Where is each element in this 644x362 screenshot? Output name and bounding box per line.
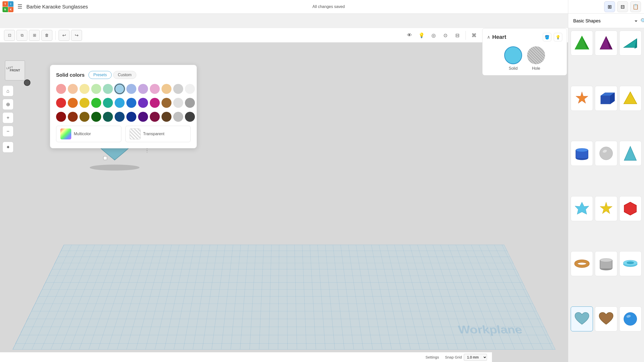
color-swatch[interactable] (80, 84, 90, 94)
color-swatch[interactable] (56, 112, 66, 122)
presets-tab[interactable]: Presets (88, 71, 112, 79)
fit-view-button[interactable]: ⊕ (2, 99, 14, 110)
multicolor-option[interactable]: Multicolor (56, 126, 121, 142)
view-icon-1[interactable]: 👁 (404, 30, 415, 40)
cube-face-front[interactable]: LEFT FRONT (5, 60, 25, 80)
color-swatch[interactable] (162, 98, 172, 108)
hamburger-icon[interactable]: ☰ (18, 3, 22, 10)
solid-circle[interactable] (504, 46, 522, 64)
color-swatch[interactable] (68, 84, 78, 94)
shape-heart-selected[interactable] (571, 307, 593, 331)
color-swatch[interactable] (173, 84, 183, 94)
undo-button[interactable]: ↩ (58, 30, 70, 41)
color-swatch[interactable] (115, 112, 124, 122)
shapes-grid-icon[interactable]: ⊞ (604, 1, 615, 12)
align-icon[interactable]: ⊟ (452, 30, 462, 40)
color-swatch[interactable] (185, 84, 195, 94)
hole-option[interactable]: Hole (527, 46, 545, 71)
panel-bucket-icon[interactable]: 🪣 (543, 33, 551, 41)
view-mode-icon[interactable]: ◎ (428, 30, 439, 40)
shape-torus[interactable] (571, 251, 593, 276)
color-swatch[interactable] (138, 112, 148, 122)
color-swatch[interactable] (56, 98, 66, 108)
delete-button[interactable]: 🗑 (41, 30, 52, 41)
color-swatch[interactable] (138, 84, 148, 94)
shape-cone[interactable] (595, 31, 617, 55)
color-swatch[interactable] (150, 112, 160, 122)
svg-marker-13 (576, 92, 588, 103)
shape-star5[interactable] (595, 196, 617, 221)
shape-cylinder[interactable] (571, 141, 593, 166)
shape-sphere[interactable] (595, 141, 617, 166)
color-swatch[interactable] (126, 98, 136, 108)
redo-button[interactable]: ↪ (71, 30, 82, 41)
color-swatch[interactable] (173, 98, 183, 108)
shapes-search-button[interactable]: 🔍 (640, 16, 644, 25)
settings-label[interactable]: Settings (426, 355, 439, 359)
cube-dot[interactable] (24, 79, 30, 86)
left-tools: ⌂ ⊕ + − ✦ (2, 85, 14, 153)
color-swatch[interactable] (91, 84, 101, 94)
color-swatch[interactable] (80, 98, 90, 108)
copy-button[interactable]: ⧉ (16, 30, 28, 41)
mirror-icon[interactable]: ⌘ (469, 30, 479, 40)
color-swatch[interactable] (185, 112, 195, 122)
color-swatch[interactable] (173, 112, 183, 122)
shape-triangle[interactable] (619, 86, 642, 111)
collapse-chevron[interactable]: ∧ (487, 34, 490, 40)
color-swatch[interactable] (150, 84, 160, 94)
shapes-list-icon[interactable]: ⊟ (617, 1, 628, 12)
workplane-grid (13, 245, 555, 350)
color-swatch[interactable] (150, 98, 160, 108)
shapes-menu-button[interactable]: ✦ (2, 142, 14, 153)
color-swatch[interactable] (126, 112, 136, 122)
color-swatch[interactable] (103, 98, 113, 108)
shape-box[interactable] (595, 86, 617, 111)
color-swatch[interactable] (68, 112, 78, 122)
panel-light-icon[interactable]: 💡 (554, 33, 562, 41)
light-icon[interactable]: 💡 (416, 30, 427, 40)
app-logo[interactable]: T I N K (2, 1, 14, 12)
shape-disc[interactable] (619, 251, 642, 276)
color-swatch[interactable] (103, 112, 113, 122)
color-swatch[interactable] (138, 98, 148, 108)
svg-rect-1 (104, 156, 107, 160)
color-swatch[interactable] (80, 112, 90, 122)
color-swatch[interactable] (162, 112, 172, 122)
color-swatch[interactable] (68, 98, 78, 108)
shape-cone2[interactable] (619, 141, 642, 166)
color-swatch[interactable] (126, 84, 136, 94)
solid-option[interactable]: Solid (504, 46, 522, 71)
color-swatch[interactable] (185, 98, 195, 108)
shape-pyramid[interactable] (571, 31, 593, 55)
toolbar-separator-1 (55, 31, 56, 40)
zoom-in-button[interactable]: + (2, 112, 14, 123)
shapes-notes-icon[interactable]: 📋 (630, 1, 641, 12)
nav-cube[interactable]: LEFT FRONT (5, 60, 32, 88)
select-all-button[interactable]: ⊡ (4, 30, 15, 41)
shape-hex[interactable] (619, 196, 642, 221)
shapes-category-select[interactable]: Basic Shapes Featured Shape Generators C… (572, 18, 638, 24)
hole-circle[interactable] (527, 46, 545, 64)
color-swatch[interactable] (162, 84, 172, 94)
shape-sphere-blue[interactable] (619, 307, 642, 331)
color-swatch[interactable] (91, 98, 101, 108)
transparent-option[interactable]: Transparent (125, 126, 191, 142)
color-swatch[interactable] (115, 84, 124, 94)
zoom-out-button[interactable]: − (2, 126, 14, 137)
shape-cylinder2[interactable] (595, 251, 617, 276)
color-swatch[interactable] (103, 84, 113, 94)
shape-wedge[interactable] (619, 31, 642, 55)
snap-grid-select[interactable]: 1.0 mm 0.5 mm 0.25 mm 2.0 mm (464, 354, 487, 361)
color-swatch[interactable] (115, 98, 124, 108)
color-swatch[interactable] (91, 112, 101, 122)
shape-heart-brown[interactable] (595, 307, 617, 331)
home-view-button[interactable]: ⌂ (2, 85, 14, 96)
shape-star6[interactable] (571, 196, 593, 221)
view-top-icon[interactable]: ⊙ (440, 30, 450, 40)
group-button[interactable]: ⊞ (29, 30, 40, 41)
color-picker-title: Solid colors (56, 72, 84, 78)
color-swatch[interactable] (56, 84, 66, 94)
custom-tab[interactable]: Custom (113, 71, 136, 79)
shape-star[interactable] (571, 86, 593, 111)
